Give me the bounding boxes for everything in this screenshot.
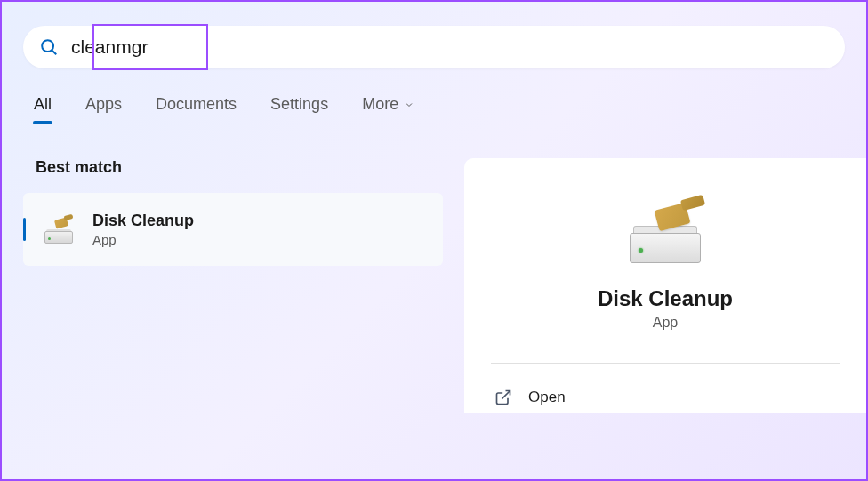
best-match-label: Best match: [36, 158, 443, 177]
detail-panel: Disk Cleanup App Open: [464, 158, 866, 413]
open-action[interactable]: Open: [491, 381, 840, 413]
result-subtitle: App: [92, 232, 194, 247]
filter-tab-more[interactable]: More: [362, 95, 414, 123]
open-label: Open: [528, 389, 566, 406]
result-text: Disk Cleanup App: [92, 212, 194, 247]
filter-tab-settings[interactable]: Settings: [270, 95, 328, 123]
filter-tabs: All Apps Documents Settings More: [34, 95, 866, 123]
svg-line-2: [502, 391, 510, 399]
disk-cleanup-icon: [43, 213, 75, 245]
svg-line-1: [52, 51, 57, 55]
detail-title: Disk Cleanup: [598, 286, 733, 311]
svg-point-0: [42, 40, 53, 52]
filter-tab-apps[interactable]: Apps: [85, 95, 122, 123]
filter-tab-documents[interactable]: Documents: [156, 95, 237, 123]
filter-tab-all[interactable]: All: [34, 95, 52, 123]
results-panel: Best match Disk Cleanup App: [2, 158, 464, 413]
result-title: Disk Cleanup: [92, 212, 194, 230]
search-icon: [39, 37, 59, 57]
open-external-icon: [494, 389, 512, 406]
detail-subtitle: App: [653, 315, 678, 331]
filter-more-label: More: [362, 95, 398, 114]
chevron-down-icon: [404, 100, 414, 110]
result-item-disk-cleanup[interactable]: Disk Cleanup App: [23, 193, 443, 266]
search-input[interactable]: [71, 36, 829, 58]
divider: [491, 363, 840, 364]
search-bar[interactable]: [23, 26, 845, 68]
disk-cleanup-icon-large: [623, 194, 708, 269]
content-area: Best match Disk Cleanup App: [2, 158, 866, 413]
